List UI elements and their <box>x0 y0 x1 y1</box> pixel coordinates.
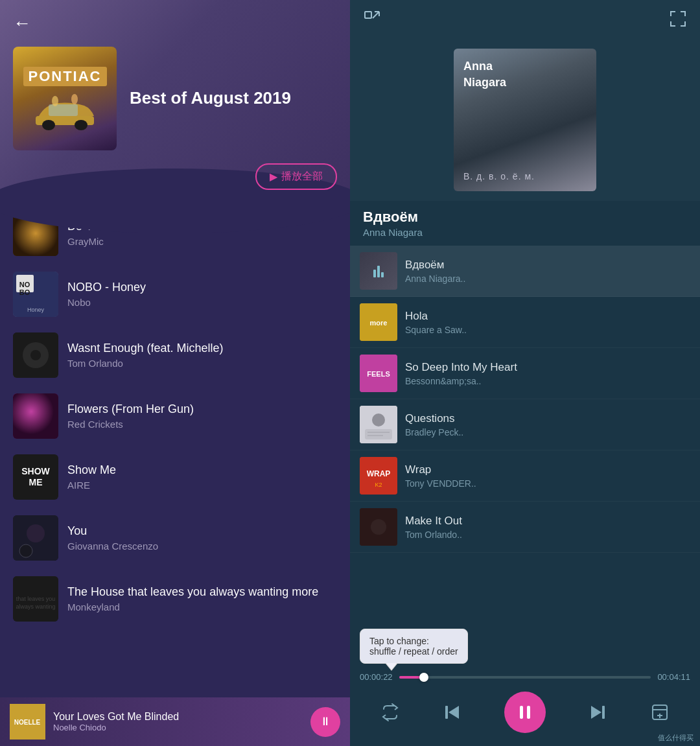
queue-thumb-art: more <box>360 303 397 341</box>
svg-rect-44 <box>445 706 448 719</box>
prev-button[interactable] <box>442 702 463 723</box>
track-thumbnail: SHOWME <box>13 454 58 500</box>
queue-artist: Tony VENDDER.. <box>405 478 690 489</box>
back-button[interactable]: ← <box>13 13 31 34</box>
tooltip-line2: shuffle / repeat / order <box>369 646 458 657</box>
track-info: NOBO - Honey Nobo <box>67 281 337 308</box>
queue-item[interactable]: Вдвоём Anna Niagara.. <box>350 246 700 297</box>
queue-info: Make It Out Tom Orlando.. <box>405 515 690 540</box>
queue-name: Hola <box>405 310 690 323</box>
svg-text:BO: BO <box>19 288 30 296</box>
queue-name: Make It Out <box>405 515 690 528</box>
track-artist: Tom Orlando <box>67 358 337 369</box>
svg-point-4 <box>52 96 58 106</box>
queue-item[interactable]: Make It Out Tom Orlando.. <box>350 502 700 553</box>
track-item[interactable]: Wasnt Enough (feat. Michelle) Tom Orland… <box>0 325 350 386</box>
track-artist: AIRE <box>67 480 337 491</box>
queue-list: Вдвоём Anna Niagara.. more Hola Square a… <box>350 246 700 625</box>
queue-thumb-art: WRAP K2 <box>360 457 397 495</box>
svg-point-18 <box>27 524 45 542</box>
pontiac-label: PONTIAC <box>23 67 107 86</box>
repeat-button[interactable] <box>380 703 400 722</box>
progress-bar[interactable] <box>399 676 651 679</box>
track-item[interactable]: that leaves you always wanting The House… <box>0 568 350 629</box>
add-to-library-button[interactable] <box>650 703 670 722</box>
main-pause-button[interactable] <box>504 692 546 733</box>
total-time: 00:04:11 <box>657 672 690 682</box>
now-playing-bar: NOELLE Your Loves Got Me Blinded Noelle … <box>0 697 350 746</box>
minimize-icon[interactable] <box>363 10 381 32</box>
queue-artist: Bradley Peck.. <box>405 427 690 437</box>
right-header <box>350 0 700 42</box>
svg-rect-46 <box>527 706 530 719</box>
queue-thumbnail <box>360 406 397 443</box>
progress-handle[interactable] <box>419 673 428 682</box>
track-info: Flowers (From Her Gun) Red Crickets <box>67 402 337 430</box>
svg-point-2 <box>75 120 88 130</box>
track-thumbnail <box>13 393 58 439</box>
play-all-label: 播放全部 <box>281 170 323 183</box>
now-playing-name: Your Loves Got Me Blinded <box>53 711 303 723</box>
track-item[interactable]: Flowers (From Her Gun) Red Crickets <box>0 386 350 447</box>
svg-point-19 <box>19 544 32 557</box>
track-artist: Nobo <box>67 297 337 308</box>
queue-info: Вдвоём Anna Niagara.. <box>405 259 690 284</box>
now-playing-thumb-art: NOELLE <box>10 704 45 740</box>
track-item[interactable]: NO BO Honey NOBO - Honey Nobo <box>0 264 350 325</box>
queue-info: Questions Bradley Peck.. <box>405 412 690 437</box>
svg-rect-16 <box>13 393 58 439</box>
queue-item[interactable]: Questions Bradley Peck.. <box>350 399 700 450</box>
track-artist: Giovanna Crescenzo <box>67 541 337 552</box>
controls-section <box>350 685 700 746</box>
progress-section: 00:00:22 00:04:11 <box>350 667 700 685</box>
svg-text:NO: NO <box>19 281 30 288</box>
track-thumb-art <box>13 393 58 439</box>
track-item[interactable]: SHOWME Show Me AIRE <box>0 447 350 507</box>
queue-item[interactable]: more Hola Square a Saw.. <box>350 297 700 348</box>
track-name: Wasnt Enough (feat. Michelle) <box>67 342 337 355</box>
svg-point-5 <box>71 94 78 104</box>
track-thumbnail: that leaves you always wanting <box>13 576 58 622</box>
track-info: Show Me AIRE <box>67 463 337 491</box>
track-item[interactable]: You Giovanna Crescenzo <box>0 507 350 568</box>
svg-rect-3 <box>49 104 78 116</box>
svg-marker-47 <box>591 706 601 719</box>
pause-button[interactable]: ⏸ <box>310 707 340 737</box>
playing-bars-icon <box>373 264 384 277</box>
track-artist: Monkeyland <box>67 601 337 612</box>
track-info: You Giovanna Crescenzo <box>67 524 337 552</box>
queue-thumbnail: more <box>360 303 397 341</box>
track-artist: Red Crickets <box>67 419 337 430</box>
minimize-svg <box>363 10 381 28</box>
watermark: 值么什得买 <box>658 733 694 743</box>
svg-point-42 <box>371 519 386 535</box>
svg-text:always wanting: always wanting <box>16 603 55 610</box>
track-name: Flowers (From Her Gun) <box>67 402 337 416</box>
track-name: Show Me <box>67 463 337 477</box>
queue-thumbnail: WRAP K2 <box>360 457 397 495</box>
queue-thumbnail <box>360 508 397 546</box>
svg-text:FEELS: FEELS <box>367 370 390 378</box>
queue-item[interactable]: FEELS So Deep Into My Heart Bessonn&amp;… <box>350 348 700 399</box>
queue-thumbnail: FEELS <box>360 355 397 392</box>
tooltip-section: Tap to change: shuffle / repeat / order <box>350 625 700 667</box>
show-me-label: SHOWME <box>13 454 58 500</box>
queue-item[interactable]: WRAP K2 Wrap Tony VENDDER.. <box>350 450 700 502</box>
queue-artist: Tom Orlando.. <box>405 530 690 540</box>
svg-point-1 <box>42 120 55 130</box>
tooltip-line1: Tap to change: <box>369 636 458 646</box>
play-all-button[interactable]: ▶ 播放全部 <box>255 163 337 190</box>
next-button[interactable] <box>587 702 608 723</box>
track-thumb-art <box>13 515 58 561</box>
queue-thumb-art <box>360 406 397 443</box>
now-playing-info-right: Вдвоём Anna Niagara <box>350 201 700 246</box>
fullscreen-icon[interactable] <box>669 10 687 32</box>
repeat-icon <box>380 703 400 722</box>
queue-name: So Deep Into My Heart <box>405 361 690 374</box>
pause-icon: ⏸ <box>320 715 331 729</box>
track-thumbnail: NO BO Honey <box>13 272 58 317</box>
svg-text:more: more <box>370 319 388 327</box>
tooltip-arrow <box>386 663 397 670</box>
svg-rect-48 <box>602 706 605 719</box>
svg-rect-45 <box>520 706 523 719</box>
